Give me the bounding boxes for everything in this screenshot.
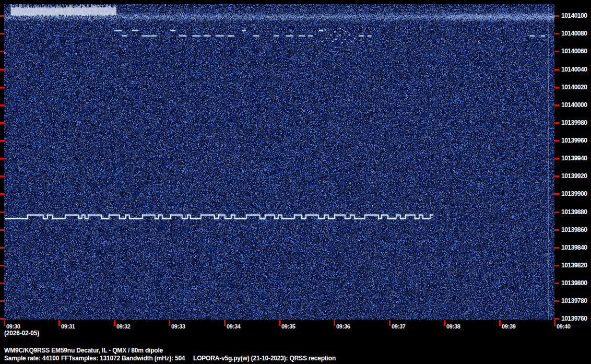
freq-tick-right: [554, 300, 559, 302]
freq-tick-left: [0, 69, 5, 71]
freq-tick-left: [0, 15, 5, 17]
freq-tick-right: [554, 247, 559, 249]
freq-tick-right: [554, 158, 559, 159]
freq-tick-left: [0, 247, 5, 249]
freq-tick-right: [554, 175, 559, 177]
freq-tick-left: [0, 300, 5, 302]
freq-axis-label: 10140080: [561, 30, 587, 37]
time-axis-label: 09:39: [502, 323, 516, 330]
time-axis-label: 09:36: [336, 323, 350, 330]
time-tick: [169, 320, 170, 326]
freq-axis-label: 10139960: [561, 137, 587, 144]
time-axis-label: 09:35: [281, 323, 296, 330]
time-tick: [114, 320, 115, 326]
freq-tick-right: [554, 229, 559, 231]
freq-tick-left: [0, 158, 5, 159]
time-tick: [334, 320, 335, 326]
freq-axis-label: 10140100: [561, 12, 587, 19]
station-line: WM9C/KQ9RSS EM59nu Decatur, IL - QMX / 8…: [4, 347, 163, 354]
freq-tick-left: [0, 33, 5, 34]
freq-tick-right: [554, 69, 559, 71]
time-axis-label: 09:31: [61, 323, 75, 330]
bandwidth-label: Bandwidth (mHz): 504: [122, 355, 185, 362]
freq-axis-label: 10139780: [561, 297, 587, 304]
freq-tick-right: [554, 193, 559, 195]
freq-axis-label: 10139820: [561, 262, 587, 269]
freq-tick-right: [554, 140, 559, 142]
freq-tick-left: [0, 122, 5, 124]
freq-tick-left: [0, 175, 5, 177]
freq-axis-label: 10139980: [561, 119, 587, 126]
freq-axis-label: 10140020: [561, 84, 587, 91]
freq-tick-left: [0, 140, 5, 142]
freq-tick-left: [0, 193, 5, 195]
qrss-grabber-screenshot: 1014010010140080101400601014004010140020…: [0, 0, 591, 364]
time-axis-label: 09:40: [557, 323, 571, 330]
freq-tick-right: [554, 318, 559, 320]
freq-tick-right: [554, 104, 559, 106]
freq-tick-right: [554, 51, 559, 52]
freq-tick-left: [0, 51, 5, 52]
freq-axis-label: 10140000: [561, 101, 587, 109]
freq-axis-label: 10139940: [561, 155, 587, 162]
freq-axis-label: 10140060: [561, 48, 587, 55]
time-tick: [444, 320, 445, 326]
date-label: (2026-02-05): [4, 330, 39, 337]
freq-axis-label: 10139860: [561, 226, 587, 233]
freq-axis-label: 10139900: [561, 190, 587, 197]
time-tick: [224, 320, 226, 326]
freq-tick-right: [554, 15, 559, 17]
time-axis-label: 09:37: [392, 323, 406, 330]
freq-axis-label: 10139800: [561, 279, 587, 287]
freq-tick-right: [554, 265, 559, 266]
time-axis-label: 09:33: [171, 323, 185, 330]
time-tick: [554, 320, 555, 326]
freq-tick-right: [554, 212, 559, 213]
freq-axis-label: 10140040: [561, 66, 587, 73]
time-axis-label: 09:34: [227, 323, 241, 330]
freq-tick-left: [0, 212, 5, 213]
freq-tick-right: [554, 122, 559, 124]
freq-tick-left: [0, 87, 5, 88]
freq-axis-label: 10139920: [561, 172, 587, 180]
time-tick: [58, 320, 60, 326]
time-tick: [279, 320, 280, 326]
freq-axis-label: 10139880: [561, 208, 587, 216]
time-tick: [389, 320, 391, 326]
spectrogram-canvas: [4, 4, 554, 320]
freq-tick-left: [0, 265, 5, 266]
freq-tick-left: [0, 104, 5, 106]
software-label: LOPORA-v5g.py(w) (21-10-2023): QRSS rece…: [193, 355, 336, 362]
time-axis-label: 09:32: [116, 323, 131, 330]
freq-axis-label: 10139840: [561, 244, 587, 251]
freq-tick-left: [0, 318, 5, 320]
time-tick: [499, 320, 501, 326]
time-axis-label: 09:38: [446, 323, 460, 330]
fft-samples-label: FFTsamples: 131072: [61, 355, 120, 362]
freq-tick-right: [554, 87, 559, 88]
sample-rate-label: Sample rate: 44100: [4, 355, 59, 362]
time-tick: [4, 320, 5, 326]
freq-tick-left: [0, 229, 5, 231]
freq-tick-right: [554, 283, 559, 284]
freq-tick-left: [0, 283, 5, 284]
freq-axis-label: 10139760: [561, 315, 587, 322]
freq-tick-right: [554, 33, 559, 34]
